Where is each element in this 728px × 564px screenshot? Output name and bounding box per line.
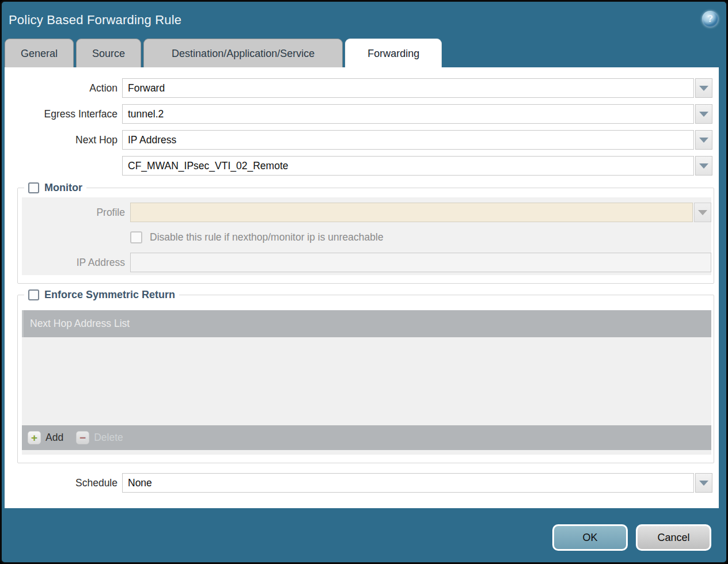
next-hop-address-row: CF_MWAN_IPsec_VTI_02_Remote — [5, 156, 712, 176]
next-hop-address-list-table: Next Hop Address List + Add − Delete — [22, 310, 711, 455]
action-dropdown-button[interactable] — [695, 78, 712, 98]
help-icon[interactable]: ? — [702, 11, 718, 27]
monitor-panel: Profile Disable this rule if nexthop/mon… — [22, 197, 711, 275]
forwarding-panel: Action Forward Egress Interface tunnel.2… — [5, 67, 719, 508]
profile-label: Profile — [22, 207, 130, 219]
plus-icon: + — [28, 431, 41, 444]
chevron-down-icon — [699, 163, 708, 169]
delete-button-label: Delete — [94, 432, 123, 444]
schedule-select: None — [122, 473, 712, 493]
next-hop-type-value[interactable]: IP Address — [122, 130, 694, 150]
disable-rule-checkbox — [130, 231, 142, 243]
monitor-legend-label: Monitor — [44, 182, 82, 194]
delete-button: − Delete — [76, 431, 123, 444]
next-hop-address-dropdown-button[interactable] — [695, 156, 712, 176]
disable-rule-label: Disable this rule if nexthop/monitor ip … — [150, 231, 384, 243]
tab-forwarding[interactable]: Forwarding — [345, 39, 442, 67]
profile-select-value — [130, 203, 693, 222]
table-bottom-strip — [22, 450, 711, 455]
tab-bar: General Source Destination/Application/S… — [2, 39, 726, 67]
egress-interface-row: Egress Interface tunnel.2 — [5, 104, 712, 124]
action-select: Forward — [122, 78, 712, 98]
profile-select — [130, 203, 711, 222]
next-hop-row: Next Hop IP Address — [5, 130, 712, 150]
add-button[interactable]: + Add — [28, 431, 63, 444]
enforce-symmetric-return-checkbox[interactable] — [28, 289, 39, 300]
monitor-ip-address-row: IP Address — [22, 253, 711, 272]
add-button-label: Add — [46, 432, 63, 444]
enforce-symmetric-return-legend-label: Enforce Symmetric Return — [44, 289, 175, 301]
action-select-value[interactable]: Forward — [122, 78, 694, 98]
egress-interface-select: tunnel.2 — [122, 104, 712, 124]
ok-button[interactable]: OK — [552, 524, 628, 551]
tab-general[interactable]: General — [5, 39, 74, 67]
next-hop-type-dropdown-button[interactable] — [695, 130, 712, 150]
monitor-legend: Monitor — [24, 182, 86, 194]
minus-icon: − — [76, 431, 89, 444]
egress-interface-dropdown-button[interactable] — [695, 104, 712, 124]
monitor-ip-address-label: IP Address — [22, 257, 130, 269]
chevron-down-icon — [699, 112, 708, 117]
chevron-down-icon — [699, 138, 708, 143]
dialog-footer: OK Cancel — [2, 508, 726, 561]
next-hop-address-list-toolbar: + Add − Delete — [22, 425, 711, 450]
cancel-button[interactable]: Cancel — [636, 524, 711, 551]
schedule-label: Schedule — [5, 477, 122, 489]
disable-rule-control: Disable this rule if nexthop/monitor ip … — [130, 231, 384, 243]
tab-destination-application-service[interactable]: Destination/Application/Service — [143, 39, 343, 67]
next-hop-address-list-header: Next Hop Address List — [22, 310, 711, 337]
schedule-select-value[interactable]: None — [122, 473, 694, 493]
pbf-rule-dialog: Policy Based Forwarding Rule ? General S… — [0, 0, 728, 564]
next-hop-type-select: IP Address — [122, 130, 712, 150]
disable-rule-row: Disable this rule if nexthop/monitor ip … — [22, 231, 711, 243]
next-hop-label: Next Hop — [5, 134, 122, 146]
egress-interface-label: Egress Interface — [5, 108, 122, 120]
dialog-title: Policy Based Forwarding Rule — [2, 13, 181, 28]
profile-dropdown-button — [694, 203, 711, 222]
action-row: Action Forward — [5, 78, 712, 98]
schedule-dropdown-button[interactable] — [695, 473, 712, 493]
enforce-symmetric-return-group: Enforce Symmetric Return Next Hop Addres… — [17, 289, 714, 463]
monitor-ip-address-input — [130, 253, 711, 272]
chevron-down-icon — [698, 210, 707, 215]
action-label: Action — [5, 82, 122, 94]
dialog-titlebar: Policy Based Forwarding Rule ? — [2, 2, 726, 39]
profile-row: Profile — [22, 203, 711, 222]
next-hop-address-select: CF_MWAN_IPsec_VTI_02_Remote — [122, 156, 712, 176]
schedule-row: Schedule None — [5, 473, 712, 493]
next-hop-address-list-body[interactable] — [22, 337, 711, 425]
chevron-down-icon — [699, 86, 708, 91]
next-hop-address-value[interactable]: CF_MWAN_IPsec_VTI_02_Remote — [122, 156, 694, 176]
egress-interface-select-value[interactable]: tunnel.2 — [122, 104, 694, 124]
enforce-symmetric-return-legend: Enforce Symmetric Return — [24, 289, 179, 301]
monitor-checkbox[interactable] — [28, 182, 39, 193]
monitor-group: Monitor Profile Disable this rule if — [17, 182, 714, 284]
tab-source[interactable]: Source — [76, 39, 141, 67]
chevron-down-icon — [699, 481, 708, 486]
